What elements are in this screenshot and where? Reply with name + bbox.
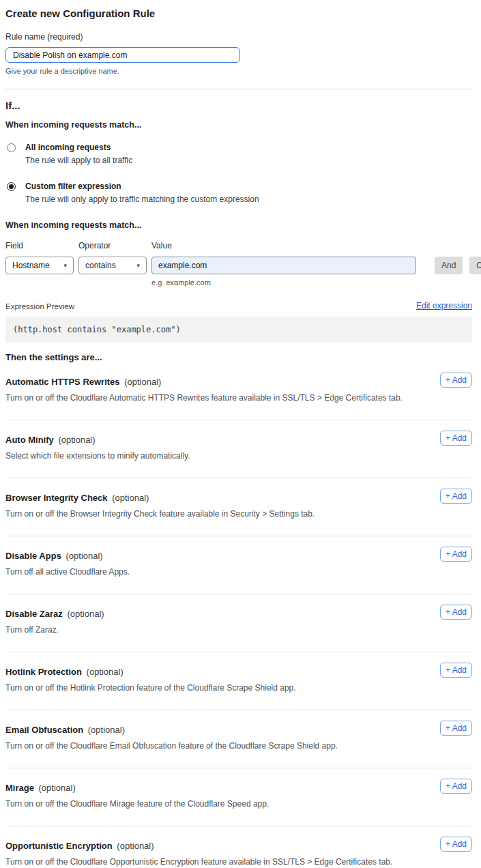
setting-name: Opportunistic Encryption bbox=[5, 841, 113, 851]
setting-item-disable-zaraz: Disable Zaraz (optional) Turn off Zaraz.… bbox=[5, 594, 472, 652]
add-setting-button[interactable]: + Add bbox=[440, 489, 472, 504]
chevron-down-icon: ▾ bbox=[63, 262, 67, 269]
value-input[interactable] bbox=[151, 257, 416, 274]
radio-button-icon[interactable] bbox=[7, 143, 16, 152]
setting-description: Turn on or off the Cloudflare Mirage fea… bbox=[5, 799, 472, 809]
if-heading: If... bbox=[5, 100, 472, 111]
add-setting-button[interactable]: + Add bbox=[440, 431, 472, 446]
or-button[interactable]: Or bbox=[469, 257, 481, 274]
setting-optional-label: (optional) bbox=[112, 493, 149, 503]
page-title: Create new Configuration Rule bbox=[5, 8, 472, 19]
expression-preview-label: Expression Preview bbox=[5, 302, 74, 310]
expression-preview-header: Expression Preview Edit expression bbox=[5, 301, 472, 310]
rule-name-label: Rule name (required) bbox=[5, 32, 472, 42]
rule-name-group: Rule name (required) Give your rule a de… bbox=[5, 32, 472, 75]
setting-description: Turn on or off the Cloudflare Email Obfu… bbox=[5, 741, 472, 751]
field-select-value: Hostname bbox=[12, 261, 50, 270]
setting-description: Turn on or off the Cloudflare Automatic … bbox=[5, 393, 472, 403]
setting-name: Disable Zaraz bbox=[5, 609, 63, 619]
settings-heading: Then the settings are... bbox=[5, 352, 472, 362]
expression-builder-row: Field Hostname ▾ Operator contains ▾ Val… bbox=[5, 241, 472, 274]
radio-description: The rule will only apply to traffic matc… bbox=[25, 194, 259, 204]
radio-option-custom-filter-expression[interactable]: Custom filter expression The rule will o… bbox=[5, 182, 472, 204]
radio-option-all-incoming-requests[interactable]: All incoming requests The rule will appl… bbox=[5, 143, 472, 165]
match-type-radio-group: All incoming requests The rule will appl… bbox=[5, 143, 472, 204]
setting-item-hotlink-protection: Hotlink Protection (optional) Turn on or… bbox=[5, 652, 472, 710]
field-label: Field bbox=[5, 241, 74, 250]
setting-optional-label: (optional) bbox=[117, 841, 154, 851]
setting-name: Automatic HTTPS Rewrites bbox=[5, 377, 120, 387]
setting-name: Disable Apps bbox=[5, 551, 61, 561]
operator-column: Operator contains ▾ bbox=[78, 241, 147, 274]
setting-item-email-obfuscation: Email Obfuscation (optional) Turn on or … bbox=[5, 710, 472, 768]
operator-select-value: contains bbox=[85, 261, 116, 270]
setting-description: Turn on or off the Hotlink Protection fe… bbox=[5, 683, 472, 693]
value-column: Value bbox=[151, 241, 416, 274]
setting-optional-label: (optional) bbox=[39, 783, 76, 793]
field-select[interactable]: Hostname ▾ bbox=[5, 257, 74, 274]
setting-item-automatic-https-rewrites: Automatic HTTPS Rewrites (optional) Turn… bbox=[5, 362, 472, 420]
setting-optional-label: (optional) bbox=[124, 377, 161, 387]
setting-optional-label: (optional) bbox=[58, 435, 95, 445]
setting-optional-label: (optional) bbox=[87, 667, 123, 677]
add-setting-button[interactable]: + Add bbox=[440, 721, 472, 736]
setting-description: Turn off Zaraz. bbox=[5, 625, 472, 635]
setting-name: Hotlink Protection bbox=[5, 667, 82, 677]
setting-description: Turn off all active Cloudflare Apps. bbox=[5, 567, 472, 577]
setting-item-mirage: Mirage (optional) Turn on or off the Clo… bbox=[5, 768, 472, 826]
setting-item-auto-minify: Auto Minify (optional) Select which file… bbox=[5, 420, 472, 478]
operator-select[interactable]: contains ▾ bbox=[78, 257, 147, 274]
value-label: Value bbox=[151, 241, 416, 250]
radio-description: The rule will apply to all traffic bbox=[25, 156, 132, 165]
field-column: Field Hostname ▾ bbox=[5, 241, 74, 274]
section-divider bbox=[5, 89, 472, 89]
conjunction-buttons: And Or bbox=[428, 257, 481, 274]
radio-label: Custom filter expression bbox=[25, 182, 259, 191]
add-setting-button[interactable]: + Add bbox=[440, 547, 472, 562]
operator-label: Operator bbox=[78, 241, 147, 250]
expression-code-text: (http.host contains "example.com") bbox=[13, 325, 181, 334]
value-helper: e.g. example.com bbox=[151, 278, 472, 287]
add-setting-button[interactable]: + Add bbox=[440, 605, 472, 620]
and-button[interactable]: And bbox=[435, 257, 463, 274]
expression-preview-code: (http.host contains "example.com") bbox=[5, 317, 472, 343]
setting-optional-label: (optional) bbox=[67, 609, 104, 619]
setting-optional-label: (optional) bbox=[66, 551, 103, 561]
chevron-down-icon: ▾ bbox=[136, 262, 140, 269]
add-setting-button[interactable]: + Add bbox=[440, 779, 472, 794]
add-setting-button[interactable]: + Add bbox=[440, 663, 472, 678]
setting-description: Turn on or off the Cloudflare Opportunis… bbox=[5, 857, 472, 867]
setting-item-browser-integrity-check: Browser Integrity Check (optional) Turn … bbox=[5, 478, 472, 536]
expression-builder-heading: When incoming requests match... bbox=[5, 220, 472, 230]
setting-name: Auto Minify bbox=[5, 435, 54, 445]
setting-name: Browser Integrity Check bbox=[5, 493, 108, 503]
setting-name: Email Obfuscation bbox=[5, 725, 83, 735]
rule-name-input[interactable] bbox=[5, 47, 240, 63]
setting-optional-label: (optional) bbox=[88, 725, 125, 735]
setting-item-opportunistic-encryption: Opportunistic Encryption (optional) Turn… bbox=[5, 826, 472, 868]
configuration-rule-form: Create new Configuration Rule Rule name … bbox=[0, 0, 481, 868]
radio-label: All incoming requests bbox=[25, 143, 132, 152]
setting-item-disable-apps: Disable Apps (optional) Turn off all act… bbox=[5, 536, 472, 594]
incoming-requests-match-heading: When incoming requests match... bbox=[5, 120, 472, 130]
setting-name: Mirage bbox=[5, 783, 34, 793]
radio-button-icon[interactable] bbox=[7, 182, 16, 191]
setting-description: Select which file extensions to minify a… bbox=[5, 451, 472, 461]
rule-name-helper: Give your rule a descriptive name. bbox=[5, 67, 472, 75]
edit-expression-link[interactable]: Edit expression bbox=[416, 301, 472, 310]
add-setting-button[interactable]: + Add bbox=[440, 373, 472, 388]
setting-description: Turn on or off the Browser Integrity Che… bbox=[5, 509, 472, 519]
add-setting-button[interactable]: + Add bbox=[440, 837, 472, 852]
